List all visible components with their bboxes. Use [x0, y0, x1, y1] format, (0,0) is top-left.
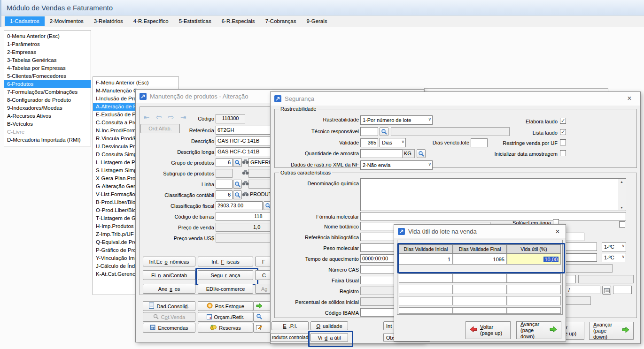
inf-economicas-button[interactable]: Inf.Econômicas	[143, 257, 195, 266]
shelf-life-close-icon[interactable]: ×	[553, 228, 562, 236]
class-contabil-binoculars-icon[interactable]	[242, 191, 249, 197]
qtd-amostra-field[interactable]	[360, 149, 403, 158]
produtos-controlados-button[interactable]: Produtos controlados	[271, 333, 309, 342]
denominacao-textarea[interactable]: ▲ ▼	[360, 178, 626, 211]
encomendas-button[interactable]: Encomendas	[143, 323, 195, 333]
finan-contab-button[interactable]: Finan/Contab	[143, 270, 195, 280]
menu-item[interactable]: B-Veículos	[4, 120, 91, 128]
menu-tab[interactable]: 4-R.Específico	[128, 16, 174, 26]
menu-item[interactable]: 0-Menu Anterior (Esc)	[4, 32, 91, 40]
empty-cell[interactable]	[507, 285, 561, 294]
inf-fiscais-button[interactable]: Inf.Fiscais	[198, 257, 253, 266]
reservas-button[interactable]: Reservas	[198, 323, 253, 333]
menu-item[interactable]: 6-Produtos	[4, 80, 91, 88]
subgrupo-binoculars-icon[interactable]	[242, 170, 249, 175]
tecnico-field[interactable]	[360, 127, 378, 136]
qualidade-button[interactable]: Qualidade	[310, 321, 348, 330]
cell-vida-util[interactable]: 10,00	[507, 254, 561, 265]
empty-cell[interactable]	[453, 307, 507, 314]
linha-field[interactable]	[216, 180, 233, 189]
qtd-amostra-search-icon[interactable]	[417, 149, 426, 158]
empty-cell[interactable]	[399, 273, 453, 283]
column-header-dias-inicial[interactable]: Dias Validade Inicial	[399, 244, 453, 254]
empty-cell[interactable]	[399, 296, 453, 305]
menu-tab[interactable]: 7-Cobranças	[260, 16, 302, 26]
column-header-dias-final[interactable]: Dias Validade Final	[453, 244, 507, 254]
tempo-field[interactable]: 0000:00:00	[360, 254, 397, 263]
menu-item[interactable]: 2-Empresas	[4, 48, 91, 56]
faixa-field[interactable]	[360, 276, 397, 284]
menu-tab[interactable]: 5-Estatísticas	[174, 16, 217, 26]
class-contabil-field[interactable]: 6	[216, 190, 233, 199]
edi-ecommerce-button[interactable]: EDI/e-commerce	[198, 284, 253, 294]
security-close-icon[interactable]: ×	[625, 94, 634, 103]
vida-util-button[interactable]: Vida útil	[310, 333, 348, 342]
grupo-search-icon[interactable]	[233, 158, 242, 167]
orcam-retir-button[interactable]: Orçam./Retir.	[198, 312, 253, 322]
dados-rastr-select[interactable]: 2-Não envia ∨	[360, 160, 433, 170]
cot-venda-button[interactable]: Cot.Venda	[143, 312, 195, 322]
subgrupo-field[interactable]	[216, 169, 233, 178]
epi-button[interactable]: E.P.I.	[272, 321, 309, 330]
security-avancar-button[interactable]: Avançar(page down)	[589, 322, 634, 340]
temp-unit-select-1[interactable]: 1-ºC ∨	[602, 242, 626, 251]
ibama-field[interactable]	[360, 308, 397, 317]
menu-tab[interactable]: 9-Gerais	[301, 16, 332, 26]
menu-item[interactable]: 1-Parâmetros	[4, 40, 91, 48]
menu-tab[interactable]: 1-Cadastros	[5, 16, 45, 26]
inicializar-amostragem-checkbox[interactable]	[560, 150, 566, 156]
grupo-binoculars-icon[interactable]	[242, 159, 249, 164]
shelf-life-dialog-titlebar[interactable]: Vida útil do lote na venda	[394, 225, 566, 238]
menu-item[interactable]: 4-Tabelas por Empresas	[4, 64, 91, 72]
validade-unit-select[interactable]: Dias ∨	[380, 138, 406, 147]
linha-binoculars-icon[interactable]	[242, 181, 249, 186]
date-small-field[interactable]	[613, 286, 632, 294]
scroll-down-icon[interactable]: ▼	[620, 206, 623, 209]
grupo-field[interactable]: 6	[216, 158, 233, 167]
dad-consolid-button[interactable]: Dad.Consolid.	[143, 301, 195, 311]
cell-dias-inicial[interactable]: 1	[399, 254, 453, 265]
security-dialog-titlebar[interactable]: Segurança	[271, 92, 640, 106]
submenu-item[interactable]: F-Menu Anterior (Esc)	[93, 79, 178, 87]
empty-cell[interactable]	[453, 285, 507, 294]
class-fiscal-field[interactable]: 2903.73.00	[216, 201, 263, 210]
pos-estoque-button[interactable]: Pos.Estoque	[198, 301, 253, 311]
empty-cell[interactable]	[507, 296, 561, 305]
calendar-icon[interactable]	[602, 286, 611, 295]
empty-cell[interactable]	[507, 307, 561, 314]
cell-dias-final[interactable]: 1095	[453, 254, 507, 265]
menu-item[interactable]: D-Mercadoria Importada (RMI)	[4, 136, 91, 144]
linha-search-icon[interactable]	[233, 180, 242, 189]
menu-item[interactable]: 9-Indexadores/Moedas	[4, 104, 91, 112]
menu-item[interactable]: 7-Formulações/Combinações	[4, 88, 91, 96]
menu-item[interactable]: 5-Clientes/Fornecedores	[4, 72, 91, 80]
scroll-up-icon[interactable]: ▲	[620, 180, 623, 183]
menu-tab[interactable]: 2-Movimentos	[45, 16, 89, 26]
empty-cell[interactable]	[453, 273, 507, 283]
lista-laudo-checkbox[interactable]: ✓	[560, 129, 566, 135]
anexos-button[interactable]: Anexos	[143, 284, 195, 294]
seguranca-button[interactable]: Segurança	[198, 270, 253, 280]
rastreabilidade-select[interactable]: 1-Por número de lote ∨	[360, 115, 433, 125]
empty-cell[interactable]	[507, 273, 561, 283]
validade-field[interactable]: 365	[360, 138, 378, 147]
menu-item[interactable]: C-Livre	[4, 128, 91, 136]
empty-cell[interactable]	[399, 285, 453, 294]
class-contabil-search-icon[interactable]	[233, 190, 242, 199]
elabora-laudo-checkbox[interactable]: ✓	[560, 118, 566, 124]
shelf-voltar-button[interactable]: Voltar(page up)	[466, 321, 511, 339]
menu-item[interactable]: 8-Configurador de Produto	[4, 96, 91, 104]
temp-unit-select-2[interactable]: 1-ºC ∨	[602, 253, 626, 262]
menu-tab[interactable]: 6-R.Especiais	[217, 16, 260, 26]
menu-tab[interactable]: 3-Relatórios	[89, 16, 128, 26]
restringe-uf-checkbox[interactable]	[560, 139, 566, 145]
menu-item[interactable]: 3-Tabelas Genéricas	[4, 56, 91, 64]
tecnico-search-icon[interactable]	[380, 127, 388, 136]
menu-item[interactable]: A-Recursos Ativos	[4, 112, 91, 120]
column-header-vida-util[interactable]: Vida útil (%)	[507, 244, 561, 254]
textarea-scrollbar[interactable]: ▲ ▼	[618, 179, 625, 210]
empty-cell[interactable]	[453, 296, 507, 305]
shelf-avancar-button[interactable]: Avançar(page down)	[516, 321, 561, 339]
empty-cell[interactable]	[399, 307, 453, 314]
agit-checkbox[interactable]	[619, 221, 625, 228]
